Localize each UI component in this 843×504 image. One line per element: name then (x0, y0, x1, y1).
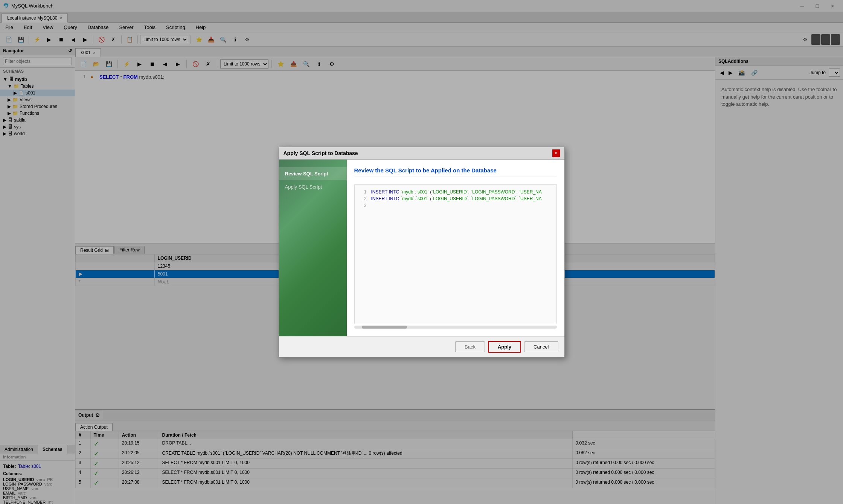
review-line-2: 2 INSERT INTO `mydb`.`s001` (`LOGIN_USER… (359, 196, 552, 201)
dialog-step-review[interactable]: Review SQL Script (279, 167, 347, 180)
dialog-title-bar: Apply SQL Script to Database × (279, 147, 564, 160)
dialog-content-title: Review the SQL Script to be Applied on t… (354, 167, 557, 177)
dialog-back-button[interactable]: Back (455, 341, 485, 352)
sql-review-area: 1 INSERT INTO `mydb`.`s001` (`LOGIN_USER… (354, 184, 557, 324)
dialog-sidebar: Review SQL Script Apply SQL Script (279, 160, 347, 336)
dialog-close-button[interactable]: × (552, 149, 560, 157)
dialog-footer: Back Apply Cancel (279, 336, 564, 357)
sql-review-scrollbar[interactable] (354, 326, 557, 329)
dialog-body: Review SQL Script Apply SQL Script Revie… (279, 160, 564, 336)
dialog-step-apply[interactable]: Apply SQL Script (279, 180, 347, 193)
review-line-3: 3 (359, 203, 552, 208)
review-line-1: 1 INSERT INTO `mydb`.`s001` (`LOGIN_USER… (359, 189, 552, 195)
dialog-overlay: Apply SQL Script to Database × Review SQ… (0, 0, 843, 504)
dialog-title: Apply SQL Script to Database (284, 150, 358, 156)
dialog-apply-button[interactable]: Apply (488, 341, 521, 353)
dialog-content: Review the SQL Script to be Applied on t… (347, 160, 564, 336)
apply-sql-dialog: Apply SQL Script to Database × Review SQ… (279, 147, 565, 358)
dialog-cancel-button[interactable]: Cancel (524, 341, 558, 352)
scrollbar-thumb (362, 326, 407, 329)
